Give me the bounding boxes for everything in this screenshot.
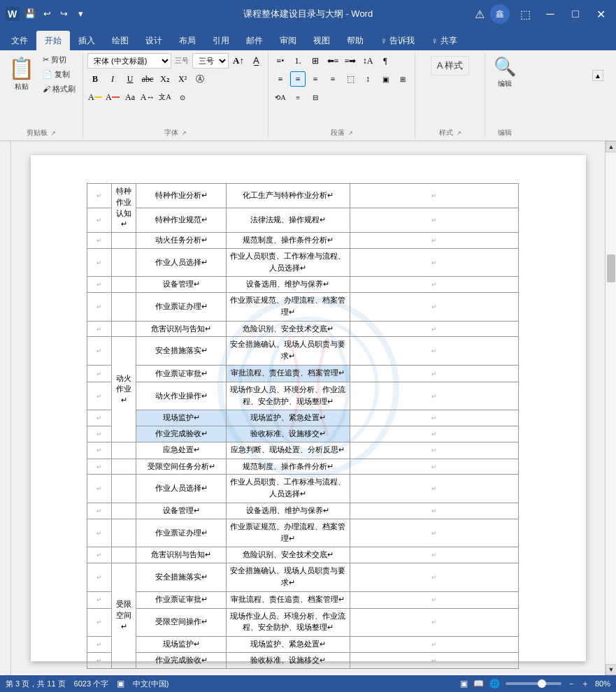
tab-mailing[interactable]: 邮件 — [238, 31, 271, 50]
format-painter-btn[interactable]: 🖌 格式刷 — [40, 82, 78, 96]
line-spacing-btn[interactable]: ↕ — [360, 71, 375, 87]
font-name-select[interactable]: 宋体 (中文标题) — [87, 53, 171, 69]
tab-draw[interactable]: 绘图 — [103, 31, 137, 50]
table-row: ↵ 受限空间↵ 安全措施落实↵ 安全措施确认、现场人员职责与要求↵ ↵ — [87, 563, 543, 592]
decrease-indent-btn[interactable]: ⬅≡ — [325, 53, 341, 69]
snap-to-grid-btn[interactable]: ⊟ — [308, 89, 323, 105]
superscript-btn[interactable]: X² — [175, 71, 190, 87]
table-row: ↵ 动火作业↵ 安全措施落实↵ 安全措施确认、现场人员职责与要求↵ ↵ — [87, 337, 543, 366]
maximize-btn[interactable]: □ — [566, 4, 585, 24]
table-row: ↵ 作业人员选择↵ 作业人员职责、工作标准与流程、人员选择↵ ↵ — [87, 248, 543, 277]
document-scroll-area[interactable]: G ↵ 特种作业认知↵ — [11, 141, 605, 675]
text-highlight-btn[interactable]: A — [87, 89, 103, 105]
customize-quick-icon[interactable]: ▾ — [74, 8, 87, 20]
copy-btn[interactable]: 📄 复制 — [40, 68, 78, 81]
sort-btn[interactable]: ↕A — [360, 53, 375, 69]
status-layout-icon[interactable]: ▣ — [460, 679, 468, 689]
border-btn[interactable]: ⊞ — [395, 71, 410, 87]
align-right-btn[interactable]: ≡ — [308, 71, 323, 87]
collapse-ribbon-btn[interactable]: ▲ — [592, 70, 603, 81]
minimize-btn[interactable]: ─ — [540, 4, 560, 24]
italic-btn[interactable]: I — [105, 71, 120, 87]
show-marks-btn[interactable]: ¶ — [378, 53, 393, 69]
font-color-btn[interactable]: A — [105, 89, 120, 105]
clipboard-group: 📋 粘贴 ✂ 剪切 📄 复制 🖌 格式刷 剪贴板 ↗ — [0, 53, 83, 138]
align-left-btn[interactable]: ≡ — [273, 71, 288, 87]
column-btn[interactable]: ⬚ — [343, 71, 358, 87]
tab-design[interactable]: 设计 — [137, 31, 171, 50]
user-avatar[interactable]: 鑫 — [490, 4, 510, 24]
status-bar: 第 3 页，共 11 页 6023 个字 ▣ 中文(中国) ▣ 📖 🌐 － ＋ … — [0, 675, 616, 692]
table-row: ↵ 作业人员选择↵ 作业人员职责、工作标准与流程、人员选择↵ ↵ — [87, 475, 543, 503]
tab-tell-me[interactable]: ♀ 告诉我 — [372, 31, 423, 50]
zoom-thumb[interactable] — [538, 679, 546, 688]
subscript-btn[interactable]: X₂ — [157, 71, 173, 87]
save-quick-icon[interactable]: 💾 — [24, 8, 36, 20]
table-row: ↵ 受限空间任务分析↵ 规范制度、操作条件分析↵ ↵ — [87, 459, 543, 475]
table-row: ↵ 作业完成验收↵ 验收标准、设施移交↵ ↵ — [87, 426, 543, 442]
font-size-select[interactable]: 三号 四号 小四 — [192, 53, 229, 69]
tab-insert[interactable]: 插入 — [70, 31, 103, 50]
zoom-in-icon[interactable]: ＋ — [581, 678, 589, 690]
content-table: ↵ 特种作业认知↵ 特种作业分析↵ 化工生产与特种作业分析↵ ↵ ↵ 特种作业规… — [87, 183, 544, 669]
redo-quick-icon[interactable]: ↪ — [57, 8, 70, 20]
char-spacing-btn[interactable]: A↔ — [140, 89, 155, 105]
clear-format-btn[interactable]: Ⓐ — [192, 71, 208, 87]
styles-gallery-btn[interactable]: A 样式 — [428, 53, 473, 78]
edit-btn[interactable]: 🔍 编辑 — [489, 53, 520, 92]
edit-group: 🔍 编辑 编辑 — [485, 53, 524, 138]
status-check-icon[interactable]: ▣ — [117, 679, 124, 689]
phonetic-btn[interactable]: 文A — [157, 89, 173, 105]
tab-layout[interactable]: 布局 — [171, 31, 204, 50]
bold-btn[interactable]: B — [87, 71, 103, 87]
status-read-icon[interactable]: 📖 — [473, 679, 484, 689]
align-center-btn[interactable]: ≡ — [290, 71, 306, 87]
paste-btn[interactable]: 📋 粘贴 — [4, 53, 38, 94]
warning-icon: ⚠ — [475, 8, 485, 21]
zoom-out-icon[interactable]: － — [567, 678, 575, 690]
increase-font-btn[interactable]: A↑ — [231, 53, 246, 69]
tab-home[interactable]: 开始 — [36, 31, 70, 50]
word-count: 6023 个字 — [74, 679, 109, 689]
cut-btn[interactable]: ✂ 剪切 — [40, 53, 78, 66]
list-bullets-btn[interactable]: ≡• — [273, 53, 288, 69]
ribbon-display-btn[interactable]: ⬚ — [515, 4, 535, 24]
paragraph-group: ≡• 1. ⊞ ⬅≡ ≡➡ ↕A ¶ ≡ ≡ ≡ ≡ ⬚ ↕ — [268, 53, 415, 138]
increase-indent-btn[interactable]: ≡➡ — [343, 53, 358, 69]
enclose-btn[interactable]: ⊙ — [175, 89, 190, 105]
list-numbers-btn[interactable]: 1. — [290, 53, 306, 69]
text-direction-btn[interactable]: ⟲A — [273, 89, 288, 105]
table-row: ↵ 作业票证办理↵ 作业票证规范、办理流程、档案管理↵ ↵ — [87, 293, 543, 322]
scroll-thumb[interactable] — [607, 254, 615, 282]
tab-view[interactable]: 视图 — [305, 31, 338, 50]
shading-btn[interactable]: ▣ — [378, 71, 393, 87]
tab-help[interactable]: 帮助 — [338, 31, 372, 50]
font-collapse[interactable]: ↗ — [182, 130, 187, 136]
scroll-down-btn[interactable]: ▼ — [606, 664, 616, 675]
vertical-scrollbar[interactable]: ▲ ▼ — [605, 141, 616, 675]
list-multilevel-btn[interactable]: ⊞ — [308, 53, 323, 69]
undo-quick-icon[interactable]: ↩ — [41, 8, 53, 20]
scroll-track[interactable] — [606, 152, 616, 664]
tab-review[interactable]: 审阅 — [271, 31, 305, 50]
tab-references[interactable]: 引用 — [204, 31, 238, 50]
zoom-slider[interactable] — [506, 682, 561, 685]
text-align2-btn[interactable]: ≡ — [290, 89, 306, 105]
clipboard-collapse[interactable]: ↗ — [51, 130, 56, 136]
scroll-up-btn[interactable]: ▲ — [606, 141, 616, 152]
underline-btn[interactable]: U — [122, 71, 138, 87]
justify-btn[interactable]: ≡ — [325, 71, 341, 87]
close-btn[interactable]: ✕ — [591, 4, 610, 24]
status-web-icon[interactable]: 🌐 — [489, 679, 500, 689]
zoom-level: 80% — [595, 679, 610, 688]
page-info: 第 3 页，共 11 页 — [6, 679, 66, 689]
font-format-btn[interactable]: A̲ — [248, 53, 264, 69]
clipboard-label: 剪贴板 — [27, 128, 48, 138]
table-row: ↵ 危害识别与告知↵ 危险识别、安全技术交底↵ ↵ — [87, 547, 543, 563]
paragraph-collapse[interactable]: ↗ — [348, 130, 353, 136]
tab-file[interactable]: 文件 — [3, 31, 36, 50]
styles-collapse[interactable]: ↗ — [457, 130, 461, 136]
font-effect-btn[interactable]: Aa — [122, 89, 138, 105]
strikethrough-btn[interactable]: abc — [140, 71, 155, 87]
tab-share[interactable]: ♀ 共享 — [423, 31, 466, 50]
